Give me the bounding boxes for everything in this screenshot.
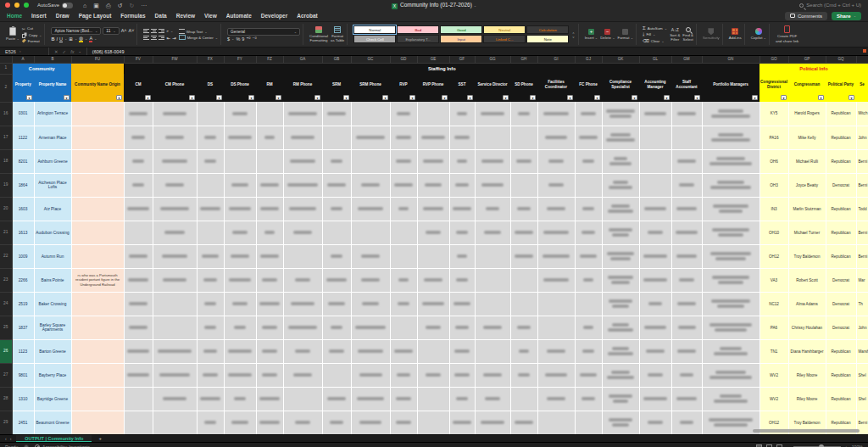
staffing-cell-redacted[interactable]: [671, 316, 702, 339]
staffing-cell-redacted[interactable]: [153, 316, 197, 339]
staffing-cell-redacted[interactable]: [417, 387, 449, 411]
staffing-cell-redacted[interactable]: [283, 387, 322, 411]
column-letter-B[interactable]: B: [34, 56, 71, 63]
style-chip-normal[interactable]: Normal: [353, 25, 396, 34]
staffing-cell-redacted[interactable]: [510, 363, 537, 387]
staffing-cell-redacted[interactable]: [322, 387, 351, 411]
staffing-cell-redacted[interactable]: [510, 244, 537, 268]
menu-tab-page-layout[interactable]: Page Layout: [79, 13, 112, 19]
row-number[interactable]: 27: [0, 363, 12, 387]
staffing-cell-redacted[interactable]: [390, 411, 417, 434]
community-name-origin-cell[interactable]: [71, 221, 124, 244]
staffing-cell-redacted[interactable]: [390, 102, 417, 126]
menu-tab-home[interactable]: Home: [7, 13, 22, 19]
property-name-cell[interactable]: Arlington Terrace: [34, 102, 71, 126]
staffing-cell-redacted[interactable]: [602, 363, 639, 387]
staffing-cell-redacted[interactable]: [449, 244, 475, 268]
congressional-district-cell[interactable]: OH10: [760, 221, 788, 244]
political-party-cell[interactable]: Republican: [826, 126, 856, 149]
property-name-cell[interactable]: Baker Crossing: [34, 292, 71, 316]
filter-button[interactable]: ▾: [26, 95, 32, 100]
staffing-cell-redacted[interactable]: [449, 102, 475, 126]
congressman-cell[interactable]: Alma Adams: [788, 292, 826, 316]
senator-cell[interactable]: Berni: [856, 173, 868, 197]
staffing-cell-redacted[interactable]: [322, 339, 351, 363]
property-name-cell[interactable]: Bayberry Place: [34, 363, 71, 387]
staffing-cell-redacted[interactable]: [639, 292, 671, 316]
filter-button[interactable]: ▾: [64, 95, 70, 100]
staffing-cell-redacted[interactable]: [575, 316, 602, 339]
staffing-cell-redacted[interactable]: [224, 268, 256, 292]
staffing-cell-redacted[interactable]: [197, 126, 224, 149]
property-id-cell[interactable]: 2519: [12, 292, 34, 316]
header-congressional-district[interactable]: Congressional District▾: [760, 74, 788, 102]
political-party-cell[interactable]: Democrat: [826, 268, 856, 292]
staffing-cell-redacted[interactable]: [702, 339, 760, 363]
staffing-cell-redacted[interactable]: [575, 387, 602, 411]
font-size-select[interactable]: 11⌄: [103, 27, 119, 35]
staffing-cell-redacted[interactable]: [256, 292, 283, 316]
filter-button[interactable]: ▾: [849, 95, 854, 100]
decrease-decimal-icon[interactable]: ⁻⁰: [253, 36, 257, 42]
property-id-cell[interactable]: 1310: [12, 387, 34, 411]
political-party-cell[interactable]: Republican: [826, 339, 856, 363]
menu-tab-developer[interactable]: Developer: [261, 13, 287, 19]
header-congressman[interactable]: Congressman▾: [788, 74, 826, 102]
congressman-cell[interactable]: Marlin Stutzman: [788, 197, 826, 221]
conditional-formatting-button[interactable]: Conditional Formatting: [309, 26, 328, 43]
staffing-cell-redacted[interactable]: [153, 387, 197, 411]
staffing-cell-redacted[interactable]: [124, 316, 153, 339]
staffing-cell-redacted[interactable]: [575, 197, 602, 221]
staffing-cell-redacted[interactable]: [197, 316, 224, 339]
staffing-cell-redacted[interactable]: [475, 149, 510, 173]
staffing-cell-redacted[interactable]: [256, 387, 283, 411]
staffing-cell-redacted[interactable]: [390, 316, 417, 339]
community-name-origin-cell[interactable]: [71, 173, 124, 197]
header-se[interactable]: Se: [856, 74, 868, 102]
senator-cell[interactable]: Shel: [856, 363, 868, 387]
staffing-cell-redacted[interactable]: [671, 268, 702, 292]
staffing-cell-redacted[interactable]: [639, 411, 671, 434]
indent-icon[interactable]: ⇤: [166, 36, 170, 41]
insert-function-icon[interactable]: fx: [70, 49, 74, 54]
filter-button[interactable]: ▾: [664, 95, 670, 100]
staffing-cell-redacted[interactable]: [390, 197, 417, 221]
header-portfolio-managers[interactable]: Portfolio Managers▾: [702, 74, 760, 102]
row-number[interactable]: 29: [0, 411, 12, 434]
staffing-cell-redacted[interactable]: [510, 339, 537, 363]
property-name-cell[interactable]: Bayridge Greene: [34, 387, 71, 411]
row-number[interactable]: 18: [0, 149, 12, 173]
staffing-cell-redacted[interactable]: [537, 102, 575, 126]
align-right-icon[interactable]: [159, 35, 164, 41]
staffing-cell-redacted[interactable]: [537, 339, 575, 363]
column-letter-GJ[interactable]: GJ: [575, 56, 602, 63]
staffing-cell-redacted[interactable]: [602, 126, 639, 149]
filter-button[interactable]: ▾: [189, 95, 195, 100]
staffing-cell-redacted[interactable]: [449, 126, 475, 149]
congressional-district-cell[interactable]: PA16: [760, 126, 788, 149]
senator-cell[interactable]: Mar: [856, 268, 868, 292]
header-ds-phone[interactable]: DS Phone▾: [224, 74, 256, 102]
staffing-cell-redacted[interactable]: [322, 268, 351, 292]
congressman-cell[interactable]: Mike Kelly: [788, 126, 826, 149]
staffing-cell-redacted[interactable]: [449, 149, 475, 173]
staffing-cell-redacted[interactable]: [197, 411, 224, 434]
autosave-toggle[interactable]: [62, 3, 73, 8]
community-name-origin-cell[interactable]: [71, 126, 124, 149]
redo-icon[interactable]: ↻: [129, 3, 134, 8]
align-center-icon[interactable]: [151, 35, 157, 41]
clear-button[interactable]: ⌫Clear ⌄: [643, 38, 667, 43]
political-party-cell[interactable]: Democrat: [826, 316, 856, 339]
senator-cell[interactable]: Berni: [856, 244, 868, 268]
style-chip-neutral[interactable]: Neutral: [483, 25, 526, 34]
senator-cell[interactable]: Berni: [856, 221, 868, 244]
congressional-district-cell[interactable]: WV2: [760, 363, 788, 387]
staffing-cell-redacted[interactable]: [510, 197, 537, 221]
staffing-cell-redacted[interactable]: [449, 339, 475, 363]
column-letter-GD[interactable]: GD: [390, 56, 417, 63]
congressional-district-cell[interactable]: OH6: [760, 149, 788, 173]
staffing-cell-redacted[interactable]: [475, 292, 510, 316]
staffing-cell-redacted[interactable]: [602, 197, 639, 221]
staffing-cell-redacted[interactable]: [351, 173, 390, 197]
staffing-cell-redacted[interactable]: [153, 244, 197, 268]
